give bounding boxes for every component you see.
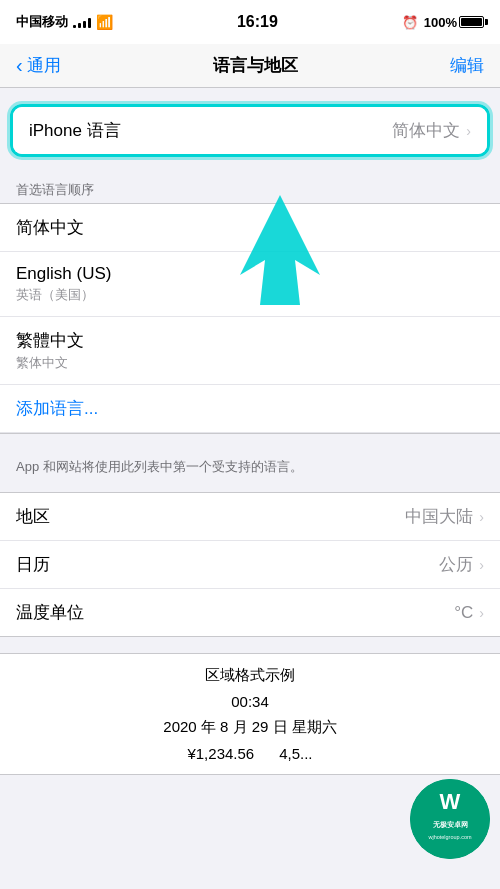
- format-example-header: 区域格式示例: [0, 654, 500, 689]
- preferred-lang-item-2[interactable]: 繁體中文 繁体中文: [0, 317, 500, 385]
- region-value-container-2: °C ›: [454, 603, 484, 623]
- region-label-1: 日历: [16, 553, 50, 576]
- preferred-lang-sub-2: 繁体中文: [16, 354, 484, 372]
- add-language-item[interactable]: 添加语言...: [0, 385, 500, 433]
- region-section: 地区 中国大陆 › 日历 公历 › 温度单位 °C ›: [0, 492, 500, 637]
- region-item-2[interactable]: 温度单位 °C ›: [0, 589, 500, 636]
- iphone-language-item[interactable]: iPhone 语言 简体中文 ›: [13, 107, 487, 154]
- preferred-languages-section: 简体中文 English (US) 英语（美国） 繁體中文 繁体中文 添加语言.…: [0, 203, 500, 434]
- region-value-container-1: 公历 ›: [439, 553, 484, 576]
- region-label-0: 地区: [16, 505, 50, 528]
- chevron-right-icon: ›: [466, 123, 471, 139]
- battery-percent: 100%: [424, 15, 457, 30]
- preferred-lang-main-1: English (US): [16, 264, 484, 284]
- region-value-container-0: 中国大陆 ›: [405, 505, 484, 528]
- preferred-lang-main-0: 简体中文: [16, 216, 484, 239]
- preferred-lang-item-1[interactable]: English (US) 英语（美国）: [0, 252, 500, 317]
- status-left: 中国移动 📶: [16, 13, 113, 31]
- region-value-0: 中国大陆: [405, 505, 473, 528]
- wifi-icon: 📶: [96, 14, 113, 30]
- alarm-icon: ⏰: [402, 15, 418, 30]
- iphone-language-value-container: 简体中文 ›: [392, 119, 471, 142]
- format-example-currency: ¥1,234.56 4,5...: [0, 741, 500, 774]
- info-text: App 和网站将使用此列表中第一个受支持的语言。: [0, 450, 500, 492]
- region-item-1[interactable]: 日历 公历 ›: [0, 541, 500, 589]
- add-language-label: 添加语言...: [16, 399, 98, 418]
- svg-text:wjhotelgroup.com: wjhotelgroup.com: [427, 834, 472, 840]
- region-value-2: °C: [454, 603, 473, 623]
- status-right: ⏰ 100%: [402, 15, 484, 30]
- format-example-time: 00:34: [0, 689, 500, 714]
- iphone-language-label: iPhone 语言: [29, 119, 121, 142]
- region-value-1: 公历: [439, 553, 473, 576]
- region-label-2: 温度单位: [16, 601, 84, 624]
- watermark-icon: W 无极安卓网 wjhotelgroup.com: [410, 779, 490, 859]
- format-currency-value: ¥1,234.56: [187, 745, 254, 762]
- iphone-language-section[interactable]: iPhone 语言 简体中文 ›: [10, 104, 490, 157]
- preferred-section-header: 首选语言顺序: [0, 173, 500, 203]
- preferred-lang-sub-1: 英语（美国）: [16, 286, 484, 304]
- preferred-lang-main-2: 繁體中文: [16, 329, 484, 352]
- svg-text:W: W: [440, 789, 461, 814]
- battery-fill: [461, 18, 482, 26]
- content: iPhone 语言 简体中文 › 首选语言顺序 简体中文 English (US…: [0, 88, 500, 775]
- format-example-date: 2020 年 8 月 29 日 星期六: [0, 714, 500, 741]
- svg-text:无极安卓网: 无极安卓网: [432, 820, 468, 828]
- watermark: W 无极安卓网 wjhotelgroup.com: [410, 779, 490, 859]
- battery-indicator: 100%: [424, 15, 484, 30]
- format-number-value: 4,5...: [279, 745, 312, 762]
- region-item-0[interactable]: 地区 中国大陆 ›: [0, 493, 500, 541]
- preferred-lang-item-0[interactable]: 简体中文: [0, 204, 500, 252]
- nav-bar: ‹ 通用 语言与地区 编辑: [0, 44, 500, 88]
- status-bar: 中国移动 📶 16:19 ⏰ 100%: [0, 0, 500, 44]
- iphone-language-value: 简体中文: [392, 119, 460, 142]
- format-example-section: 区域格式示例 00:34 2020 年 8 月 29 日 星期六 ¥1,234.…: [0, 653, 500, 775]
- back-button[interactable]: ‹ 通用: [16, 54, 61, 77]
- region-chevron-0: ›: [479, 509, 484, 525]
- region-chevron-2: ›: [479, 605, 484, 621]
- page-title: 语言与地区: [213, 54, 298, 77]
- edit-button[interactable]: 编辑: [450, 54, 484, 77]
- signal-bars-icon: [73, 16, 91, 28]
- status-time: 16:19: [237, 13, 278, 31]
- carrier-label: 中国移动: [16, 13, 68, 31]
- back-label: 通用: [27, 54, 61, 77]
- region-chevron-1: ›: [479, 557, 484, 573]
- battery-icon: [459, 16, 484, 28]
- back-chevron-icon: ‹: [16, 55, 23, 75]
